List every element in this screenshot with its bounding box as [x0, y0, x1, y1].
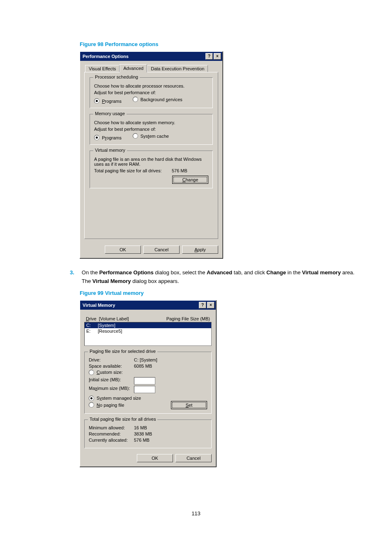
radio-custom-size[interactable]: Custom size:	[89, 370, 123, 375]
paging-size-legend: Paging file size for selected drive	[88, 349, 157, 354]
vm-cancel-button[interactable]: Cancel	[175, 454, 212, 462]
vm-ok-button[interactable]: OK	[137, 454, 173, 462]
proc-sched-desc: Choose how to allocate processor resourc…	[94, 83, 208, 88]
tab-visual-effects[interactable]: Visual Effects	[85, 65, 120, 72]
memory-usage-group: Memory usage Choose how to allocate syst…	[90, 114, 213, 145]
perf-tabs: Visual Effects Advanced Data Execution P…	[85, 64, 218, 72]
virtual-memory-dialog: Virtual Memory ? × Drive [Volume Label] …	[80, 300, 216, 467]
total-paging-legend: Total paging file size for all drives	[88, 417, 157, 422]
drive-row-c[interactable]: C:[System]	[85, 322, 211, 328]
radio-no-paging[interactable]: No paging file	[89, 402, 161, 408]
figure-98-caption: Figure 98 Performance options	[80, 41, 363, 47]
mem-usage-legend: Memory usage	[93, 111, 127, 116]
radio-background-services[interactable]: Background services	[133, 97, 182, 102]
processor-scheduling-group: Processor scheduling Choose how to alloc…	[90, 77, 213, 108]
help-icon[interactable]: ?	[199, 302, 206, 308]
tab-advanced[interactable]: Advanced	[120, 64, 147, 72]
total-paging-group: Total paging file size for all drives Mi…	[84, 419, 212, 448]
tab-dep[interactable]: Data Execution Prevention	[147, 65, 208, 72]
perf-titlebar: Performance Options ? ×	[80, 52, 222, 61]
drive-list-header: Drive [Volume Label] Paging File Size (M…	[84, 316, 212, 321]
vmem-desc: A paging file is an area on the hard dis…	[94, 157, 208, 167]
initial-size-input[interactable]	[134, 377, 155, 385]
step-text: On the Performance Options dialog box, s…	[82, 269, 363, 286]
proc-sched-adjust: Adjust for best performance of:	[94, 90, 208, 95]
radio-system-managed[interactable]: System managed size	[89, 396, 197, 401]
close-icon[interactable]: ×	[207, 302, 214, 308]
paging-size-group: Paging file size for selected drive Driv…	[84, 352, 212, 414]
radio-programs-2[interactable]: Programs	[94, 135, 122, 140]
vmem-total: Total paging file size for all drives: 5…	[94, 168, 208, 173]
virtual-memory-group: Virtual memory A paging file is an area …	[90, 151, 213, 188]
perf-tabpanel: Processor scheduling Choose how to alloc…	[84, 72, 218, 239]
step-3: 3. On the Performance Options dialog box…	[70, 269, 363, 286]
ok-button[interactable]: OK	[105, 246, 141, 254]
drive-row-e[interactable]: E:[Resource5]	[85, 328, 211, 334]
drive-list[interactable]: C:[System] E:[Resource5]	[84, 322, 212, 346]
radio-programs-1[interactable]: Programs	[94, 98, 122, 104]
radio-system-cache[interactable]: System cache	[133, 133, 169, 139]
help-icon[interactable]: ?	[205, 53, 213, 60]
step-number: 3.	[70, 269, 74, 286]
set-button[interactable]: Set	[171, 401, 207, 409]
vm-titlebar: Virtual Memory ? ×	[80, 301, 216, 310]
max-size-input[interactable]	[134, 386, 155, 393]
figure-99-caption: Figure 99 Virtual memory	[80, 290, 363, 296]
mem-usage-adjust: Adjust for best performance of:	[94, 127, 208, 132]
perf-title: Performance Options	[83, 54, 205, 59]
vm-title: Virtual Memory	[83, 303, 198, 308]
page-number: 113	[0, 510, 392, 517]
apply-button[interactable]: Apply	[182, 246, 218, 254]
cancel-button[interactable]: Cancel	[143, 246, 180, 254]
change-button[interactable]: Change	[172, 176, 208, 184]
close-icon[interactable]: ×	[214, 53, 221, 60]
vmem-legend: Virtual memory	[93, 148, 127, 153]
proc-sched-legend: Processor scheduling	[93, 74, 140, 79]
performance-options-dialog: Performance Options ? × Visual Effects A…	[80, 51, 223, 258]
mem-usage-desc: Choose how to allocate system memory.	[94, 120, 208, 125]
